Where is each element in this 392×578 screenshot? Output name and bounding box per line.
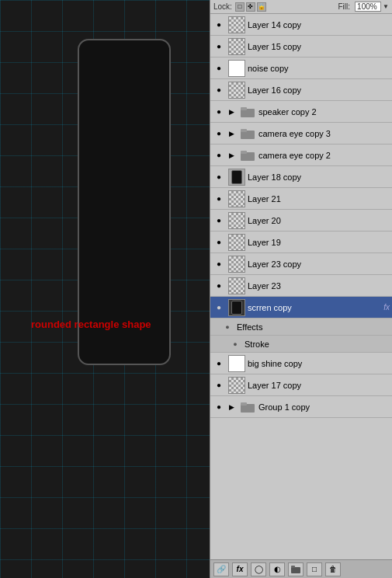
group-folder-icon [239, 148, 256, 162]
layer-row[interactable]: ● Layer 19 [210, 232, 392, 253]
layer-thumbnail [228, 82, 245, 99]
canvas-area: rounded rectangle shape [0, 0, 210, 578]
effects-visibility-icon[interactable]: ● [221, 321, 234, 333]
layer-thumbnail [228, 277, 245, 294]
lock-position-icon[interactable]: ✜ [246, 2, 255, 12]
layer-row-selected[interactable]: ● scrren copy fx [210, 297, 392, 319]
layer-row-group[interactable]: ● ▶ speaker copy 2 [210, 101, 392, 123]
layer-thumbnail [228, 60, 245, 77]
group-expand-arrow[interactable]: ▶ [226, 128, 237, 139]
stroke-visibility-icon[interactable]: ● [229, 338, 241, 350]
new-layer-button[interactable]: □ [307, 562, 322, 576]
visibility-icon[interactable]: ● [212, 400, 226, 414]
visibility-icon[interactable]: ● [212, 40, 226, 54]
effect-stroke-row[interactable]: ● Stroke [210, 336, 392, 353]
fill-area: Fill: 100% ▼ [338, 2, 389, 12]
layer-name: Layer 23 copy [248, 259, 392, 269]
layer-name: big shine copy [248, 359, 392, 368]
layer-row-group[interactable]: ● ▶ Group 1 copy [210, 396, 392, 418]
layer-row-group[interactable]: ● ▶ camera eye copy 2 [210, 144, 392, 166]
fx-badge: fx [383, 303, 390, 312]
layer-thumbnail [228, 16, 245, 33]
visibility-icon[interactable]: ● [212, 148, 226, 162]
mask-button[interactable]: ◯ [251, 562, 266, 576]
fill-label: Fill: [338, 2, 351, 11]
layer-thumbnail [228, 299, 245, 316]
visibility-icon[interactable]: ● [212, 214, 226, 228]
visibility-icon[interactable]: ● [212, 301, 226, 315]
layer-row[interactable]: ● Layer 23 copy [210, 253, 392, 275]
layer-name: scrren copy [248, 303, 383, 312]
layers-bottom-toolbar: 🔗 fx ◯ ◐ □ 🗑 [210, 559, 392, 578]
layer-name: Layer 23 [248, 281, 392, 291]
group-folder-icon [239, 400, 256, 414]
layer-row-group[interactable]: ● ▶ camera eye copy 3 [210, 123, 392, 144]
lock-transparent-icon[interactable]: □ [235, 2, 245, 12]
layer-thumbnail [228, 355, 245, 372]
layer-thumbnail [228, 234, 245, 251]
layer-thumbnail [228, 169, 245, 186]
layer-name: Layer 17 copy [248, 381, 392, 390]
layer-name: Layer 18 copy [248, 172, 392, 182]
svg-rect-3 [241, 129, 247, 132]
layer-row[interactable]: ● Layer 16 copy [210, 79, 392, 101]
svg-rect-7 [241, 402, 247, 406]
layer-thumbnail [228, 377, 245, 394]
group-expand-arrow[interactable]: ▶ [226, 106, 237, 117]
adjustment-button[interactable]: ◐ [269, 562, 285, 576]
visibility-icon[interactable]: ● [212, 192, 226, 206]
layer-name: Group 1 copy [258, 402, 392, 412]
visibility-icon[interactable]: ● [212, 235, 226, 249]
canvas-label: rounded rectangle shape [31, 319, 151, 330]
svg-rect-9 [291, 566, 295, 568]
svg-rect-5 [241, 151, 247, 154]
visibility-icon[interactable]: ● [212, 61, 226, 75]
lock-all-icon[interactable]: 🔒 [257, 2, 266, 12]
layer-row[interactable]: ● Layer 17 copy [210, 374, 392, 396]
layer-row[interactable]: ● Layer 21 [210, 188, 392, 210]
layer-row[interactable]: ● big shine copy [210, 353, 392, 374]
layer-row[interactable]: ● Layer 15 copy [210, 36, 392, 57]
effects-header-row: ● Effects [210, 319, 392, 336]
group-folder-icon [239, 105, 256, 119]
group-folder-icon [239, 127, 256, 141]
layer-row[interactable]: ● Layer 23 [210, 275, 392, 297]
layer-thumbnail [228, 212, 245, 229]
layers-panel: Lock: □ ✜ 🔒 Fill: 100% ▼ ● Layer 14 copy… [210, 0, 392, 578]
device-outline [78, 39, 171, 365]
lock-label: Lock: [213, 2, 232, 11]
fx-button[interactable]: fx [232, 562, 248, 576]
lock-icons: □ ✜ 🔒 [235, 2, 266, 12]
visibility-icon[interactable]: ● [212, 170, 226, 184]
fill-arrow-icon[interactable]: ▼ [383, 3, 389, 10]
layer-thumbnail [228, 38, 245, 55]
layer-thumbnail [228, 256, 245, 273]
visibility-icon[interactable]: ● [212, 105, 226, 119]
visibility-icon[interactable]: ● [212, 357, 226, 371]
lock-fill-bar: Lock: □ ✜ 🔒 Fill: 100% ▼ [210, 0, 392, 14]
layer-name: Layer 14 copy [248, 20, 392, 30]
visibility-icon[interactable]: ● [212, 83, 226, 97]
layer-row[interactable]: ● Layer 20 [210, 210, 392, 232]
visibility-icon[interactable]: ● [212, 257, 226, 271]
layer-name: camera eye copy 2 [258, 151, 392, 160]
layer-row[interactable]: ● Layer 18 copy [210, 166, 392, 188]
stroke-label: Stroke [245, 339, 269, 349]
layer-row[interactable]: ● Layer 14 copy [210, 14, 392, 36]
layer-name: Layer 19 [248, 238, 392, 247]
effects-label: Effects [237, 322, 262, 332]
group-expand-arrow[interactable]: ▶ [226, 150, 237, 161]
layer-name: speaker copy 2 [258, 107, 392, 117]
link-button[interactable]: 🔗 [213, 562, 229, 576]
layer-row[interactable]: ● noise copy [210, 57, 392, 79]
visibility-icon[interactable]: ● [212, 127, 226, 141]
layer-name: Layer 15 copy [248, 42, 392, 51]
visibility-icon[interactable]: ● [212, 18, 226, 32]
layer-name: Layer 20 [248, 216, 392, 225]
fill-value[interactable]: 100% [355, 2, 381, 12]
group-expand-arrow[interactable]: ▶ [226, 402, 237, 413]
delete-button[interactable]: 🗑 [325, 562, 341, 576]
new-group-button[interactable] [288, 562, 304, 576]
visibility-icon[interactable]: ● [212, 378, 226, 392]
visibility-icon[interactable]: ● [212, 279, 226, 293]
